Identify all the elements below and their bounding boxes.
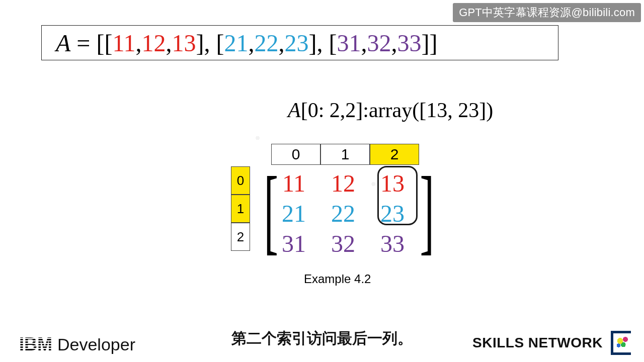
- row-header-1-highlighted: 1: [231, 195, 250, 223]
- source-watermark: GPT中英字幕课程资源@bilibili.com: [453, 3, 641, 22]
- cell-2-2: 33: [368, 228, 417, 258]
- row-headers: 0 1 2: [231, 166, 250, 251]
- slice-label: :array(: [363, 99, 419, 122]
- slice-idx: [0: 2,2]: [301, 99, 363, 122]
- bracket-open: [[: [96, 29, 112, 57]
- row-header-2: 2: [231, 223, 250, 251]
- cell-2-0: 31: [269, 228, 318, 258]
- skills-network-logo: SKILLS NETWORK: [472, 331, 634, 355]
- cell-1-1: 22: [318, 198, 368, 228]
- skills-network-text: SKILLS NETWORK: [472, 335, 603, 351]
- bracket-close: ]]: [422, 29, 438, 57]
- slice-var: A: [288, 99, 301, 122]
- matrix-bracket-right: ]: [420, 165, 434, 255]
- slice-expression: A[0: 2,2]:array([13, 23]): [288, 98, 493, 122]
- example-number: Example 4.2: [304, 272, 371, 286]
- r3c1: 31: [337, 29, 361, 57]
- selection-highlight-ring: [377, 166, 418, 225]
- cell-2-1: 32: [318, 228, 368, 258]
- equals-sign: =: [76, 29, 90, 57]
- ibm-developer-logo: IBM Developer: [19, 334, 135, 355]
- r2c1: 21: [224, 29, 249, 57]
- var-A: A: [56, 29, 70, 57]
- col-header-2-highlighted: 2: [370, 144, 419, 165]
- cell-0-1: 12: [318, 168, 368, 198]
- ibm-logo: IBM: [19, 334, 52, 355]
- cell-1-0: 21: [269, 198, 318, 228]
- cell-0-0: 11: [269, 168, 318, 198]
- r2c2: 22: [255, 29, 279, 57]
- r2c3: 23: [285, 29, 309, 57]
- skills-network-icon: [608, 331, 634, 355]
- r1c1: 11: [112, 29, 135, 57]
- column-headers: 0 1 2: [271, 144, 419, 165]
- slice-close: ]): [479, 99, 493, 122]
- array-definition-box: A = [[ 11, 12, 13 ], [ 21, 22, 23 ], [ 3…: [41, 25, 558, 60]
- slice-open: [: [419, 99, 426, 122]
- row-header-0-highlighted: 0: [231, 166, 250, 195]
- r3c3: 33: [397, 29, 422, 57]
- slice-v1: 13: [426, 99, 447, 122]
- r1c2: 12: [142, 29, 166, 57]
- col-header-0: 0: [271, 144, 320, 165]
- col-header-1: 1: [320, 144, 370, 165]
- r3c2: 32: [367, 29, 391, 57]
- slice-sep: ,: [447, 99, 458, 122]
- r1c3: 13: [172, 29, 196, 57]
- slice-v2: 23: [458, 99, 479, 122]
- developer-word: Developer: [57, 335, 135, 354]
